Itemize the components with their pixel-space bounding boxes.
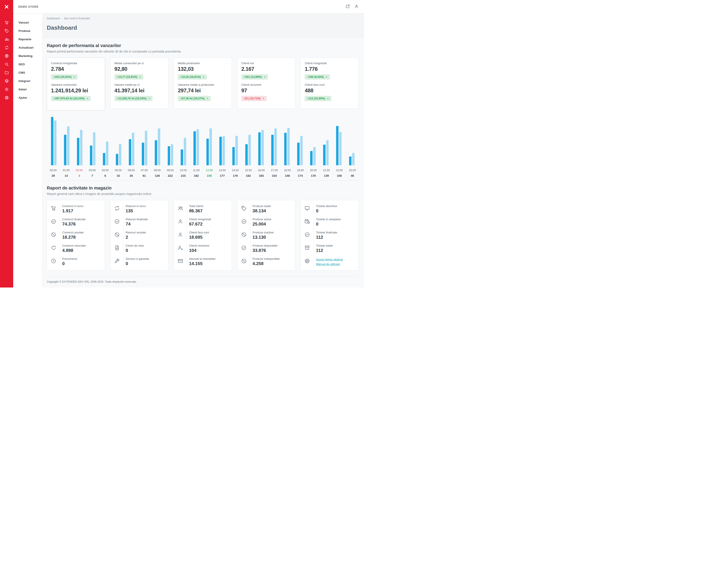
sidebar-item-rapoarte[interactable]: Rapoarte bbox=[13, 35, 42, 43]
chart-axis: 00:002901:001402:00303:00704:00605:00150… bbox=[47, 169, 359, 181]
hour-cell: 09:00222 bbox=[164, 169, 177, 177]
user-icon bbox=[354, 4, 359, 9]
check-circle-icon bbox=[114, 218, 120, 225]
bar-previous-period bbox=[326, 140, 328, 165]
rail-item-vanzari[interactable] bbox=[0, 18, 13, 27]
sidebar-item-cms[interactable]: CMS bbox=[13, 68, 42, 77]
hour-label: 18:00 bbox=[281, 169, 294, 172]
app-logo[interactable] bbox=[0, 0, 13, 13]
bar-group bbox=[242, 135, 254, 165]
hour-cell: 19:00174 bbox=[294, 169, 307, 177]
metric-label: Clienti fara cont bbox=[305, 83, 354, 87]
hour-cell: 17:00154 bbox=[268, 169, 281, 177]
activity-stat: Tickete totale112 bbox=[304, 242, 355, 255]
rail-item-seo[interactable] bbox=[0, 60, 13, 68]
hour-label: 12:00 bbox=[203, 169, 216, 172]
sidebar-item-integrari[interactable]: Integrari bbox=[13, 77, 42, 85]
rail-item-integrari[interactable] bbox=[0, 77, 13, 85]
sidebar-item-setari[interactable]: Setari bbox=[13, 85, 42, 93]
app-root: DEMO STORE VanzariProduseRapoarteActuali… bbox=[0, 0, 364, 288]
rail-item-ajutor[interactable] bbox=[0, 93, 13, 102]
trend-badge: +22,20 (16,81%)▲ bbox=[178, 74, 207, 79]
hour-label: 02:00 bbox=[73, 169, 85, 172]
hour-value: 14 bbox=[60, 174, 73, 177]
rail-item-marketing[interactable] bbox=[0, 52, 13, 60]
hour-cell: 23:0046 bbox=[346, 169, 359, 177]
hour-value: 29 bbox=[47, 174, 60, 177]
sidebar-item-vanzari[interactable]: Vanzari bbox=[13, 18, 42, 27]
hour-value: 170 bbox=[307, 174, 320, 177]
stat-value: 38.134 bbox=[252, 208, 271, 213]
metric-value: 92,80 bbox=[114, 66, 165, 72]
metric-label: Clienti inregistrati bbox=[305, 62, 354, 65]
kpi-card[interactable]: Comenzi inregistrate2.784+443 (15,91%)▲V… bbox=[47, 58, 105, 110]
bar-current-period bbox=[77, 138, 79, 165]
kpi-card[interactable]: Clienti noi2.167+301 (13,89%)▲Clienti re… bbox=[237, 58, 296, 109]
metric-label: Valoare medie pe zi bbox=[114, 83, 165, 87]
activity-stat: Retururi anulate2 bbox=[114, 229, 165, 242]
layers-icon bbox=[4, 79, 9, 83]
stat-value: 74 bbox=[126, 222, 148, 227]
performance-section: Raport de performanta al vanzarilor Rapo… bbox=[47, 43, 359, 181]
bar-previous-period bbox=[93, 132, 95, 165]
hour-label: 13:00 bbox=[216, 169, 229, 172]
bar-current-period bbox=[181, 149, 183, 165]
hour-cell: 04:006 bbox=[99, 169, 112, 177]
trend-up-icon: ▲ bbox=[206, 98, 208, 99]
rail-item-cms[interactable] bbox=[0, 68, 13, 77]
stat-label: Abonati la newsletter bbox=[189, 257, 216, 261]
open-in-new-button[interactable] bbox=[345, 4, 350, 9]
trend-badge: +57,36 lei (19,27%)▲ bbox=[178, 96, 211, 101]
metric-label: Clienti recurenti bbox=[241, 83, 291, 87]
people-icon bbox=[177, 205, 183, 211]
stat-value: 1.917 bbox=[62, 208, 83, 213]
stat-label: Clienti inregistrati bbox=[189, 217, 211, 221]
kpi-card[interactable]: Media produselor132,03+22,20 (16,81%)▲Va… bbox=[174, 58, 232, 109]
sidebar-item-marketing[interactable]: Marketing bbox=[13, 52, 42, 60]
performance-title: Raport de performanta al vanzarilor bbox=[47, 43, 359, 48]
support-link[interactable]: Suport tehnic dedicat bbox=[316, 258, 343, 262]
hour-cell: 22:00106 bbox=[333, 169, 346, 177]
kpi-card[interactable]: Media comenzilor pe zi92,80+14,77 (15,91… bbox=[110, 58, 169, 109]
stat-value: 0 bbox=[62, 261, 77, 266]
stat-label: Comenzi in lucru bbox=[62, 204, 83, 208]
bar-previous-period bbox=[54, 121, 57, 165]
rail-item-setari[interactable] bbox=[0, 85, 13, 93]
monitor-icon bbox=[304, 205, 310, 211]
sidebar-item-produse[interactable]: Produse bbox=[13, 27, 42, 35]
hour-value: 174 bbox=[294, 174, 307, 177]
copyright-text: Copyright © EXTENDED DEV SRL 2006-2025. … bbox=[47, 280, 137, 283]
stat-label: Comenzi anulate bbox=[62, 231, 84, 234]
breadcrumb-item[interactable]: Dashboard bbox=[47, 17, 60, 20]
calendar-clock-icon bbox=[304, 218, 310, 225]
bar-group bbox=[293, 136, 306, 165]
sidebar-item-ajutor[interactable]: Ajutor bbox=[13, 93, 42, 102]
trend-text: +14,77 (15,91%) bbox=[117, 75, 137, 78]
search-icon bbox=[4, 62, 9, 67]
metric-label: Media comenzilor pe zi bbox=[114, 62, 165, 65]
bar-current-period bbox=[336, 126, 339, 165]
rail-item-produse[interactable] bbox=[0, 27, 13, 35]
stat-label: Retururi in lucru bbox=[126, 204, 146, 208]
kpi-card-row: Comenzi inregistrate2.784+443 (15,91%)▲V… bbox=[47, 58, 359, 110]
bar-group bbox=[138, 131, 151, 165]
hour-cell: 00:0029 bbox=[47, 169, 60, 177]
rail-item-actualizari[interactable] bbox=[0, 43, 13, 52]
trend-up-icon: ▲ bbox=[73, 76, 75, 78]
bar-current-period bbox=[129, 139, 131, 165]
bar-current-period bbox=[194, 131, 196, 165]
account-button[interactable] bbox=[354, 4, 359, 9]
rail-item-rapoarte[interactable] bbox=[0, 35, 13, 43]
hour-cell: 03:007 bbox=[86, 169, 99, 177]
check-circle-icon bbox=[241, 245, 247, 251]
kpi-card[interactable]: Clienti inregistrati1.776+166 (9,35%)▲Cl… bbox=[301, 58, 359, 109]
bar-current-period bbox=[206, 139, 209, 165]
support-link[interactable]: Manual de utilizare bbox=[316, 262, 343, 266]
mail-icon bbox=[177, 258, 183, 264]
sidebar-item-actualizari[interactable]: Actualizari bbox=[13, 43, 42, 52]
breadcrumb: Dashboard›Bun venit in Extended bbox=[47, 17, 359, 20]
metric-value: 1.776 bbox=[305, 66, 354, 72]
activity-card: Tickete deschise0Tickete in asteptare0Ti… bbox=[301, 200, 359, 271]
sidebar-item-seo[interactable]: SEO bbox=[13, 60, 42, 68]
bar-group bbox=[319, 140, 332, 165]
